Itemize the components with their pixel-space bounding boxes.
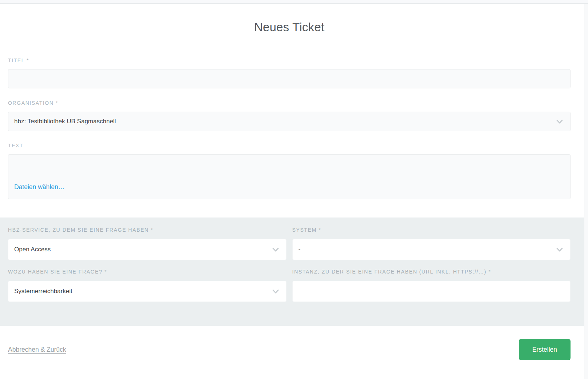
- service-field-group: HBZ-SERVICE, ZU DEM SIE EINE FRAGE HABEN…: [8, 227, 287, 260]
- organisation-field-group: ORGANISATION * hbz: Testbibliothek UB Sa…: [8, 100, 571, 131]
- chevron-down-icon: [272, 246, 280, 254]
- instanz-input[interactable]: [292, 281, 571, 302]
- frage-select[interactable]: Systemerreichbarkeit: [8, 281, 287, 302]
- instanz-field-group: INSTANZ, ZU DER SIE EINE FRAGE HABEN (UR…: [292, 269, 571, 302]
- frage-field-group: WOZU HABEN SIE EINE FRAGE? * Systemerrei…: [8, 269, 287, 302]
- frage-label: WOZU HABEN SIE EINE FRAGE? *: [8, 269, 287, 275]
- instanz-label: INSTANZ, ZU DER SIE EINE FRAGE HABEN (UR…: [292, 269, 571, 275]
- scrollbar[interactable]: [584, 4, 588, 379]
- form-footer: Abbrechen & Zurück Erstellen: [0, 326, 584, 369]
- text-textarea[interactable]: Dateien wählen…: [8, 154, 571, 199]
- system-select[interactable]: -: [292, 239, 571, 260]
- service-selected-value: Open Access: [14, 246, 51, 253]
- create-button[interactable]: Erstellen: [519, 339, 571, 360]
- system-selected-value: -: [299, 246, 301, 253]
- organisation-selected-value: hbz: Testbibliothek UB Sagmaschnell: [14, 118, 116, 125]
- titel-label: TITEL *: [8, 57, 571, 63]
- titel-field-group: TITEL *: [8, 57, 571, 88]
- text-field-group: TEXT Dateien wählen…: [8, 143, 571, 199]
- cancel-link[interactable]: Abbrechen & Zurück: [8, 346, 66, 354]
- page-title: Neues Ticket: [8, 20, 571, 34]
- chevron-down-icon: [556, 246, 564, 254]
- titel-input[interactable]: [8, 69, 571, 88]
- top-strip: [0, 0, 588, 4]
- ticket-form: Neues Ticket TITEL * ORGANISATION * hbz:…: [0, 20, 584, 369]
- form-upper-section: Neues Ticket TITEL * ORGANISATION * hbz:…: [0, 20, 584, 199]
- service-label: HBZ-SERVICE, ZU DEM SIE EINE FRAGE HABEN…: [8, 227, 287, 233]
- organisation-label: ORGANISATION *: [8, 100, 571, 106]
- system-field-group: SYSTEM * -: [292, 227, 571, 260]
- system-label: SYSTEM *: [292, 227, 571, 233]
- service-select[interactable]: Open Access: [8, 239, 287, 260]
- new-ticket-page: Neues Ticket TITEL * ORGANISATION * hbz:…: [0, 0, 588, 379]
- file-picker-link[interactable]: Dateien wählen…: [14, 183, 64, 191]
- custom-fields-section: HBZ-SERVICE, ZU DEM SIE EINE FRAGE HABEN…: [0, 218, 584, 326]
- frage-selected-value: Systemerreichbarkeit: [14, 288, 72, 295]
- chevron-down-icon: [556, 117, 564, 125]
- chevron-down-icon: [272, 287, 280, 295]
- organisation-select[interactable]: hbz: Testbibliothek UB Sagmaschnell: [8, 112, 571, 131]
- text-label: TEXT: [8, 143, 571, 148]
